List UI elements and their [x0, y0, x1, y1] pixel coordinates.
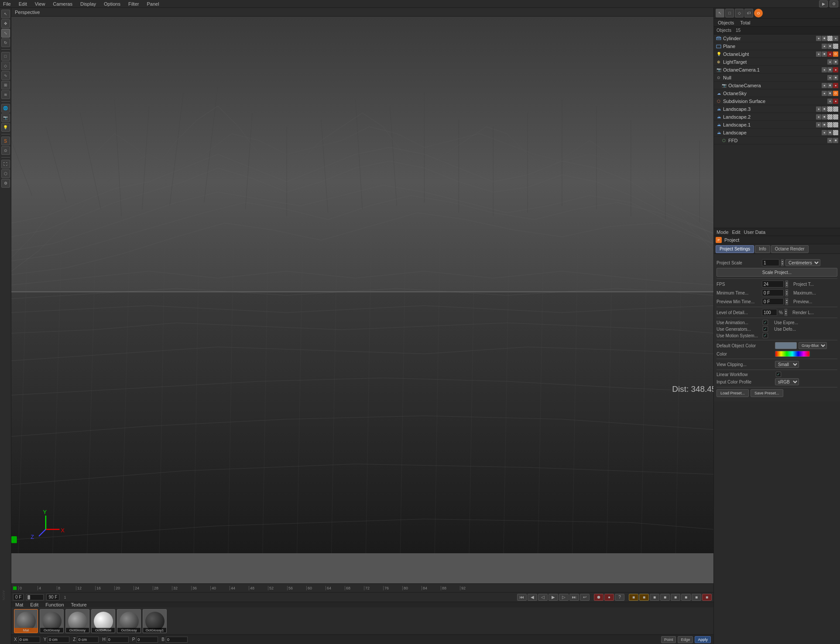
toolbar-scale-icon[interactable]: ⤡	[1, 29, 10, 38]
time-slider-thumb[interactable]	[27, 595, 30, 599]
obj-vis-icon-4[interactable]: ●	[827, 59, 833, 65]
obj-lock-icon-8[interactable]: ■	[827, 91, 833, 96]
loop-icon[interactable]: ↩	[580, 594, 590, 601]
toolbar-move-icon[interactable]: ✥	[1, 19, 10, 28]
toolbar-object-icon[interactable]: □	[1, 52, 10, 61]
obj-lock-icon-7[interactable]: ■	[827, 83, 833, 88]
list-item[interactable]: Cylinder ● ■ ●	[714, 34, 840, 42]
menu-cameras[interactable]: Cameras	[51, 1, 74, 7]
color-picker-bar[interactable]	[775, 351, 810, 357]
obj-render2-icon-11[interactable]	[833, 114, 838, 120]
obj-lock-icon-11[interactable]: ■	[822, 114, 827, 120]
list-item[interactable]: ⛰ Landscape.3 ● ■	[714, 105, 840, 113]
toolbar-deform-icon[interactable]: ≋	[1, 90, 10, 99]
min-time-input[interactable]	[762, 289, 784, 296]
obj-vis-icon-10[interactable]: ●	[816, 106, 821, 112]
apply-button[interactable]: Apply	[695, 636, 711, 643]
project-scale-input[interactable]	[762, 259, 779, 266]
obj-render-icon-12[interactable]	[827, 122, 833, 127]
obj-lock-icon[interactable]: ■	[822, 36, 827, 41]
preview-min-input[interactable]	[762, 298, 784, 305]
obj-render-icon-2[interactable]	[833, 44, 838, 49]
attr-h-input[interactable]	[107, 637, 129, 643]
time-slider-track[interactable]	[26, 594, 44, 600]
viewport[interactable]: Perspective	[11, 8, 713, 583]
list-item[interactable]: ⊙ Null ● ■	[714, 74, 840, 82]
obj-lock-icon-13[interactable]: ■	[827, 130, 833, 135]
menu-panel[interactable]: Panel	[145, 1, 160, 7]
obj-lock-icon-12[interactable]: ■	[822, 122, 827, 127]
obj-mgr-tab-total[interactable]: Total	[739, 20, 751, 25]
scale-stepper[interactable]: ▲▼	[781, 259, 784, 266]
obj-lock-icon-4[interactable]: ■	[833, 59, 838, 65]
toolbar-magnet-icon[interactable]: ⊙	[1, 146, 10, 155]
mat-menu-edit[interactable]: Edit	[29, 602, 40, 607]
obj-lock-icon-2[interactable]: ■	[827, 44, 833, 49]
list-item[interactable]: ⊕ LightTarget ● ■	[714, 58, 840, 66]
menu-display[interactable]: Display	[79, 1, 97, 7]
default-color-swatch[interactable]	[775, 342, 797, 349]
attr-z-input[interactable]	[77, 637, 99, 643]
toolbar-polygon-icon[interactable]: ◇	[1, 62, 10, 70]
checkbox-use-animation[interactable]: ✓	[763, 320, 768, 325]
toolbar-light-icon[interactable]: 💡	[1, 123, 10, 132]
playback-icon-7[interactable]: ■	[692, 594, 701, 601]
preview-min-stepper[interactable]: ▲▼	[785, 298, 788, 305]
obj-vis-icon-9[interactable]: ●	[827, 99, 833, 104]
r-icon-octane[interactable]: O	[754, 9, 763, 17]
tab-info[interactable]: Info	[755, 245, 770, 253]
checkbox-use-motion[interactable]: ✓	[763, 333, 768, 338]
material-swatch-octglossy1[interactable]: OctGlossy1	[143, 609, 167, 633]
attr-p-input[interactable]	[136, 637, 158, 643]
fps-input[interactable]	[762, 281, 784, 288]
toolbar-scene-icon[interactable]: 🌐	[1, 104, 10, 113]
viewport-canvas[interactable]: Dist: 348.454 cm Grid Spacing : 10 cm X …	[11, 17, 713, 583]
go-end-icon[interactable]: ⏭	[569, 594, 579, 601]
obj-extra-icon-3[interactable]: O	[833, 51, 838, 57]
mat-menu-mat[interactable]: Mat	[14, 602, 24, 607]
obj-lock-icon-10[interactable]: ■	[822, 106, 827, 112]
obj-vis-icon-13[interactable]: ●	[822, 130, 827, 135]
obj-render-icon-13[interactable]	[833, 130, 838, 135]
obj-vis-icon-8[interactable]: ●	[822, 91, 827, 96]
menu-view[interactable]: View	[34, 1, 47, 7]
settings-icon[interactable]: ⚙	[830, 0, 838, 7]
obj-vis-icon-7[interactable]: ●	[822, 83, 827, 88]
material-swatch-octslossy[interactable]: OctSlossy	[117, 609, 141, 633]
material-swatch-octglossy-1[interactable]: OctGlossy	[40, 609, 64, 633]
list-item[interactable]: Plane ● ■	[714, 42, 840, 50]
menu-filter[interactable]: Filter	[127, 1, 140, 7]
obj-red-icon-3[interactable]: ●	[827, 51, 833, 57]
checkbox-use-generators[interactable]: ✓	[763, 326, 768, 332]
obj-vis-icon-12[interactable]: ●	[816, 122, 821, 127]
menu-options[interactable]: Options	[103, 1, 122, 7]
obj-vis-icon-11[interactable]: ●	[816, 114, 821, 120]
prev-frame-icon[interactable]: ◀	[528, 594, 537, 601]
tab-project-settings[interactable]: Project Settings	[716, 245, 754, 253]
input-color-select[interactable]: sRGB Linear	[775, 378, 799, 385]
obj-render-icon-10[interactable]	[827, 106, 833, 112]
scale-unit-select[interactable]: Centimeters Meters Inches	[785, 259, 820, 266]
save-preset-button[interactable]: Save Preset...	[751, 389, 783, 397]
toolbar-brush-icon[interactable]: ⛶	[1, 160, 10, 168]
obj-red-icon-7[interactable]: ●	[833, 83, 838, 88]
obj-vis-icon-5[interactable]: ●	[822, 67, 827, 72]
mat-menu-texture[interactable]: Texture	[70, 602, 88, 607]
r-icon-obj[interactable]: □	[725, 9, 734, 17]
playback-icon-6[interactable]: ■	[681, 594, 691, 601]
toolbar-cursor-icon[interactable]: ↖	[1, 10, 10, 18]
obj-vis-icon[interactable]: ●	[816, 36, 821, 41]
list-item[interactable]: ⬡ Subdivision Surface ● ●	[714, 97, 840, 105]
playback-icon-3[interactable]: ■	[650, 594, 659, 601]
render-icon[interactable]: ▶	[819, 0, 828, 7]
play-icon[interactable]: ▶	[549, 594, 558, 601]
obj-extra-icon-8[interactable]: O	[833, 91, 838, 96]
list-item[interactable]: 📷 OctaneCamera ● ■ ●	[714, 82, 840, 89]
view-clipping-select[interactable]: Small Medium Large	[775, 361, 799, 368]
lod-input[interactable]	[762, 309, 777, 316]
toolbar-rotate-icon[interactable]: ↻	[1, 38, 10, 47]
menu-edit[interactable]: Edit	[17, 1, 28, 7]
toolbar-gear-icon[interactable]: ⚙	[1, 179, 10, 188]
play-back-icon[interactable]: ◁	[538, 594, 548, 601]
obj-lock-icon-5[interactable]: ■	[827, 67, 833, 72]
